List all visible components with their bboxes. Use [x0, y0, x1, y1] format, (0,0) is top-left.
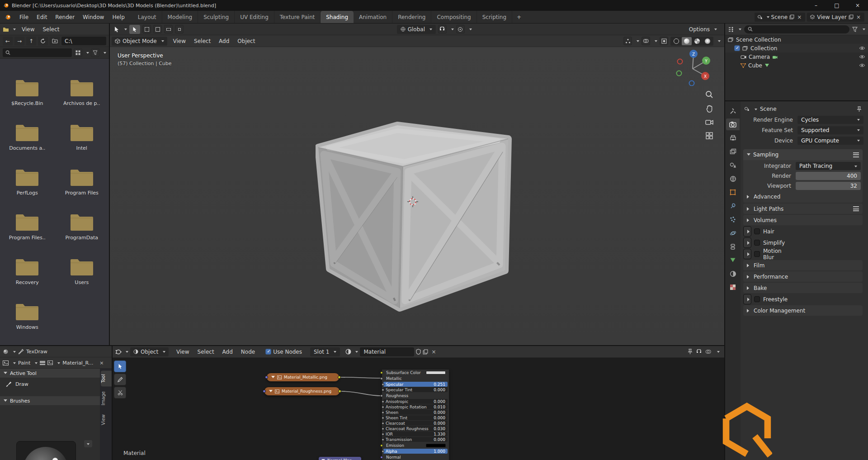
- tab-world[interactable]: [726, 173, 740, 185]
- active-tool-icon[interactable]: [113, 26, 120, 33]
- menu-item[interactable]: View: [172, 346, 193, 357]
- shading-rendered-button[interactable]: [703, 37, 712, 45]
- menu-item[interactable]: Add: [218, 346, 237, 357]
- tweak-tool-button[interactable]: [129, 25, 140, 34]
- folder-item[interactable]: Documents a..: [0, 123, 55, 167]
- color-swatch[interactable]: [426, 371, 446, 375]
- outliner-search-input[interactable]: [744, 25, 849, 33]
- viewport-canvas[interactable]: User Perspective (57) Collection | Cube: [110, 47, 724, 345]
- workspace-tab[interactable]: Sculpting: [198, 11, 235, 23]
- refresh-button[interactable]: [38, 37, 48, 46]
- brush-preview-expand-button[interactable]: [84, 440, 92, 447]
- input-socket[interactable]: [380, 394, 383, 397]
- new-material-icon[interactable]: [423, 349, 428, 355]
- tab-physics[interactable]: [726, 227, 740, 239]
- blender-menu-button[interactable]: [0, 11, 15, 23]
- menu-item[interactable]: Select: [193, 346, 218, 357]
- property-section-header[interactable]: Freestyle: [743, 294, 751, 304]
- folder-item[interactable]: Intel: [55, 123, 109, 167]
- input-socket[interactable]: [382, 422, 384, 425]
- vector-input-socket[interactable]: [265, 376, 268, 379]
- tab-object[interactable]: [726, 186, 740, 198]
- presets-icon[interactable]: [853, 152, 859, 157]
- vector-input-socket[interactable]: [263, 390, 266, 393]
- node-input-row[interactable]: Metallic: [382, 375, 449, 381]
- menu-item[interactable]: Object: [233, 35, 259, 47]
- node-input-row[interactable]: Roughness: [382, 393, 449, 398]
- property-section-header[interactable]: Light Paths: [743, 204, 863, 214]
- sidebar-tab[interactable]: Image: [101, 388, 112, 409]
- snap-icon[interactable]: [696, 349, 702, 355]
- node-image-metallic[interactable]: Material_Metallic.png: [266, 373, 340, 382]
- brush-preview[interactable]: [16, 441, 76, 460]
- property-section-header[interactable]: Color Management: [743, 305, 863, 316]
- brush-datablock-icon[interactable]: [3, 349, 9, 355]
- image-name[interactable]: Material_Roughn: [62, 360, 96, 366]
- image-datablock-icon[interactable]: [47, 360, 53, 365]
- input-socket[interactable]: [382, 417, 384, 419]
- add-workspace-button[interactable]: +: [512, 14, 526, 20]
- show-overlays-button[interactable]: [642, 37, 650, 45]
- minimize-button[interactable]: –: [806, 0, 826, 11]
- path-field[interactable]: C:\: [61, 37, 106, 45]
- shading-wireframe-button[interactable]: [671, 37, 681, 45]
- property-dropdown[interactable]: Cycles: [797, 116, 863, 124]
- property-section-header[interactable]: Hair: [743, 226, 751, 237]
- material-name-field[interactable]: Material: [360, 347, 414, 356]
- color-swatch[interactable]: [426, 444, 446, 447]
- node-input-row[interactable]: Anisotropic 0.000: [383, 399, 448, 404]
- options-dropdown[interactable]: Options: [685, 25, 721, 34]
- workspace-tab[interactable]: Compositing: [431, 11, 476, 23]
- tab-tool[interactable]: [726, 105, 740, 117]
- orthographic-toggle-icon[interactable]: [705, 132, 713, 140]
- node-input-row[interactable]: Subsurface Color: [382, 370, 449, 375]
- section-checkbox[interactable]: [754, 251, 760, 257]
- new-scene-icon[interactable]: [789, 14, 794, 19]
- property-section-header[interactable]: Volumes: [743, 215, 863, 225]
- hide-eye-icon[interactable]: [859, 55, 865, 59]
- use-nodes-checkbox[interactable]: [265, 349, 271, 355]
- unlink-scene-button[interactable]: ×: [796, 14, 802, 20]
- menu-item[interactable]: Edit: [33, 11, 51, 23]
- hide-eye-icon[interactable]: [859, 63, 865, 67]
- select-mode-intersect-button[interactable]: [175, 25, 184, 33]
- menu-item[interactable]: View: [18, 24, 38, 35]
- sampling-panel-header[interactable]: Sampling: [743, 149, 863, 160]
- node-canvas[interactable]: Material_Metallic.png Material_Roughness…: [113, 358, 724, 460]
- navigation-gizmo[interactable]: Z Y X: [674, 48, 712, 86]
- node-image-roughness[interactable]: Material_Roughness.png: [264, 387, 340, 396]
- shading-material-button[interactable]: [692, 37, 702, 45]
- overlays-icon[interactable]: [705, 349, 711, 354]
- fake-user-shield-icon[interactable]: [416, 349, 421, 355]
- input-socket[interactable]: [382, 389, 384, 391]
- node-input-row[interactable]: Clearcoat 0.000: [383, 421, 448, 426]
- editor-type-icon[interactable]: [728, 27, 734, 32]
- folder-item[interactable]: Program Files..: [0, 212, 55, 257]
- workspace-tab[interactable]: Texture Paint: [274, 11, 321, 23]
- normal-map-header[interactable]: Normal Map: [318, 456, 362, 460]
- input-socket[interactable]: [380, 377, 383, 380]
- select-mode-new-button[interactable]: [142, 25, 151, 33]
- property-dropdown[interactable]: Supported: [797, 126, 863, 134]
- node-input-row[interactable]: Specular Tint 0.000: [383, 387, 448, 392]
- folder-item[interactable]: ProgramData: [55, 212, 109, 257]
- select-mode-subtract-button[interactable]: [164, 25, 173, 33]
- node-input-row[interactable]: Normal: [382, 454, 449, 460]
- menu-item[interactable]: Window: [79, 11, 108, 23]
- slot-dropdown[interactable]: Slot 1: [310, 347, 340, 356]
- editor-type-icon[interactable]: [3, 27, 9, 32]
- property-field[interactable]: 32: [796, 182, 861, 190]
- browse-material-icon[interactable]: [345, 349, 351, 355]
- node-input-row[interactable]: Clearcoat Roughness 0.030: [383, 426, 448, 431]
- workspace-tab[interactable]: Scripting: [477, 11, 512, 23]
- node-input-row[interactable]: Alpha 1.000: [383, 449, 448, 454]
- outliner-row-object[interactable]: Cube: [725, 61, 868, 70]
- unlink-image-button[interactable]: ×: [98, 360, 105, 366]
- property-field[interactable]: Path Tracing: [796, 162, 861, 170]
- filter-button[interactable]: [91, 48, 99, 57]
- maximize-button[interactable]: □: [826, 0, 847, 11]
- shader-type-dropdown[interactable]: Object: [130, 347, 169, 356]
- tab-texture[interactable]: [726, 281, 740, 293]
- collapse-icon[interactable]: [269, 390, 273, 394]
- menu-item[interactable]: Select: [190, 35, 215, 47]
